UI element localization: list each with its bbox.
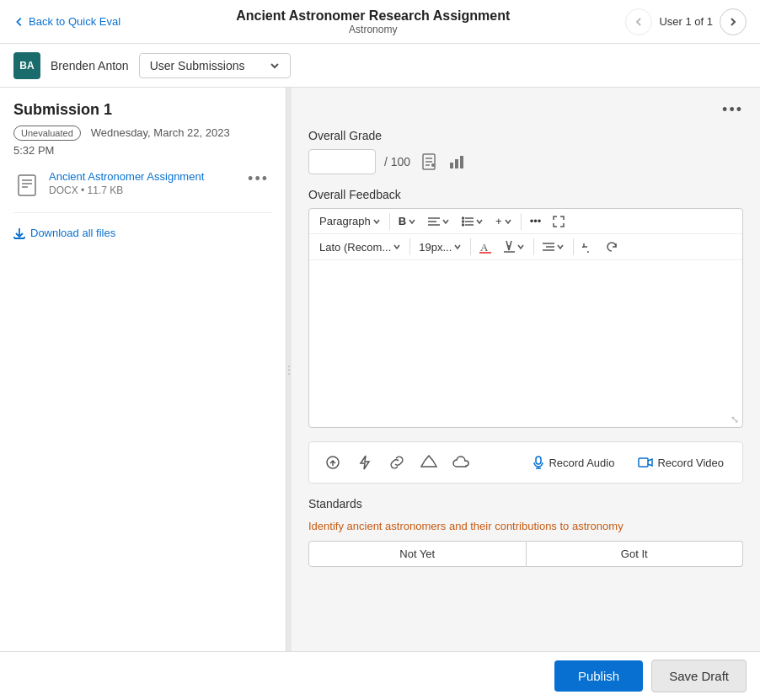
media-toolbar: Record Audio Record Video — [308, 441, 743, 484]
page-title: Ancient Astronomer Research Assignment — [120, 8, 625, 24]
toolbar-divider — [573, 238, 574, 255]
more-options-btn[interactable]: ••• — [525, 212, 547, 230]
font-size-btn[interactable]: 19px... — [414, 238, 467, 256]
feedback-section: Overall Feedback Paragraph B — [308, 188, 743, 428]
app-header: Back to Quick Eval Ancient Astronomer Re… — [0, 0, 760, 44]
header-left: Back to Quick Eval — [13, 15, 120, 28]
chevron-down-icon — [516, 243, 525, 251]
link-icon — [389, 455, 404, 470]
toolbar-divider — [409, 238, 410, 255]
bold-btn[interactable]: B — [393, 212, 421, 230]
text-bg-btn[interactable] — [498, 238, 530, 256]
file-options-menu[interactable]: ••• — [244, 170, 272, 188]
main-area: Submission 1 Unevaluated Wednesday, Marc… — [0, 88, 760, 651]
standard-item: Identify ancient astronomers and their c… — [308, 519, 743, 567]
publish-button[interactable]: Publish — [554, 660, 643, 692]
svg-point-19 — [463, 224, 464, 226]
grade-section: Overall Grade / 100 — [308, 129, 743, 174]
text-bg-icon — [503, 240, 515, 254]
submission-date: Wednesday, March 22, 2023 — [91, 126, 230, 139]
sidebar: Submission 1 Unevaluated Wednesday, Marc… — [0, 88, 286, 651]
rich-text-editor: Paragraph B — [308, 208, 743, 428]
align-icon — [428, 216, 440, 227]
header-right: User 1 of 1 — [625, 8, 747, 35]
svg-rect-9 — [450, 163, 453, 168]
microphone-icon — [533, 456, 544, 469]
standard-text: Identify ancient astronomers and their c… — [308, 519, 743, 534]
save-draft-button[interactable]: Save Draft — [651, 660, 747, 692]
submission-title: Submission 1 — [13, 101, 272, 119]
feedback-label: Overall Feedback — [308, 188, 743, 201]
redo-icon — [606, 241, 618, 253]
content-panel: ••• Overall Grade / 100 Overall Feedback — [292, 88, 760, 651]
standard-buttons: Not Yet Got It — [308, 541, 743, 567]
insert-btn[interactable]: + — [490, 212, 517, 230]
record-audio-label: Record Audio — [549, 457, 614, 469]
record-video-button[interactable]: Record Video — [631, 453, 731, 473]
upload-icon-btn[interactable] — [321, 451, 345, 474]
chevron-down-icon — [556, 243, 565, 251]
user-name: Brenden Anton — [51, 59, 129, 72]
download-all-link[interactable]: Download all files — [13, 227, 272, 239]
list-btn[interactable] — [457, 214, 489, 229]
svg-point-17 — [463, 221, 464, 222]
rubric-icon[interactable] — [419, 152, 439, 172]
prev-user-button[interactable] — [625, 8, 652, 35]
record-audio-button[interactable]: Record Audio — [526, 452, 621, 473]
file-type: DOCX — [49, 184, 78, 196]
svg-point-15 — [463, 217, 464, 219]
file-icon — [13, 172, 40, 199]
svg-rect-32 — [536, 457, 541, 464]
stats-icon[interactable] — [447, 152, 468, 172]
upload-icon — [325, 455, 340, 470]
chevron-down-icon — [393, 243, 401, 251]
resize-handle[interactable]: ⤡ — [309, 412, 742, 427]
media-icons-group — [321, 451, 516, 474]
lightning-icon-btn[interactable] — [353, 451, 377, 474]
editor-body[interactable] — [309, 260, 742, 412]
back-button[interactable]: Back to Quick Eval — [13, 15, 120, 28]
redo-btn[interactable] — [601, 238, 623, 255]
grade-input[interactable] — [308, 149, 376, 174]
cloud-icon-btn[interactable] — [449, 451, 473, 474]
content-options-menu[interactable]: ••• — [722, 101, 743, 119]
font-family-btn[interactable]: Lato (Recom... — [314, 238, 406, 256]
indent-btn[interactable] — [538, 239, 570, 254]
align-btn[interactable] — [423, 214, 455, 229]
svg-point-8 — [431, 163, 435, 167]
toolbar-row-1: Paragraph B — [309, 209, 742, 234]
standards-label: Standards — [308, 497, 743, 510]
font-color-btn[interactable]: A — [474, 238, 496, 256]
toolbar-divider — [533, 238, 534, 255]
undo-btn[interactable] — [577, 238, 599, 255]
cloud-icon — [452, 456, 469, 469]
grade-label: Overall Grade — [308, 129, 743, 142]
chevron-down-icon — [442, 217, 450, 226]
file-item: Ancient Astronomer Assignment DOCX • 11.… — [13, 170, 272, 213]
svg-rect-0 — [19, 175, 35, 195]
file-name[interactable]: Ancient Astronomer Assignment — [49, 170, 236, 183]
next-user-button[interactable] — [720, 8, 747, 35]
chevron-down-icon — [270, 61, 280, 71]
drive-icon-btn[interactable] — [417, 451, 441, 474]
indent-icon — [543, 242, 554, 252]
link-icon-btn[interactable] — [385, 451, 409, 474]
paragraph-format-btn[interactable]: Paragraph — [314, 212, 386, 230]
back-label: Back to Quick Eval — [29, 15, 120, 28]
chevron-down-icon — [408, 217, 416, 226]
grade-total: / 100 — [384, 155, 410, 168]
footer: Publish Save Draft — [0, 651, 760, 700]
download-icon — [13, 227, 25, 239]
got-it-button[interactable]: Got It — [527, 541, 744, 567]
svg-rect-11 — [460, 156, 463, 168]
not-yet-button[interactable]: Not Yet — [308, 541, 527, 567]
user-submissions-dropdown[interactable]: User Submissions — [139, 53, 291, 78]
user-bar: BA Brenden Anton User Submissions — [0, 44, 760, 88]
fullscreen-btn[interactable] — [548, 213, 570, 230]
page-subtitle: Astronomy — [120, 24, 625, 35]
file-size: 11.7 KB — [88, 184, 124, 196]
standards-section: Standards Identify ancient astronomers a… — [308, 497, 743, 567]
submission-time: 5:32 PM — [13, 144, 272, 157]
grade-row: / 100 — [308, 149, 743, 174]
toolbar-divider — [389, 213, 390, 230]
